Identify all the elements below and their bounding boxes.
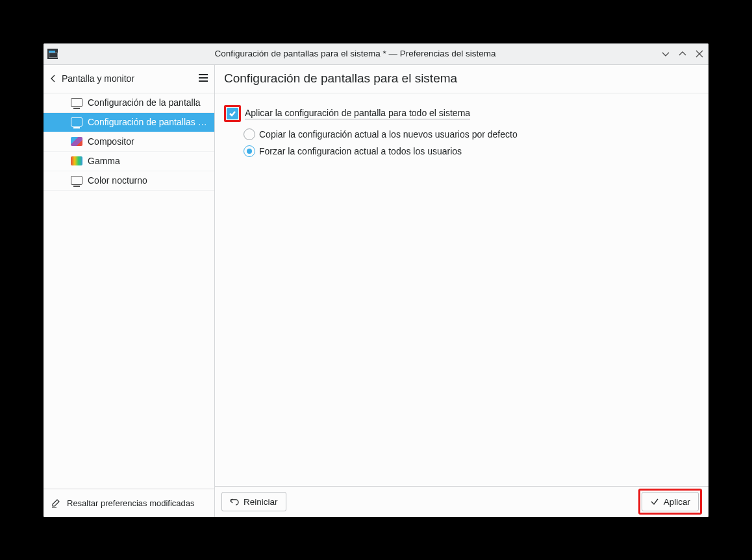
close-button[interactable] xyxy=(694,49,705,59)
content-area: Aplicar la configuración de pantalla par… xyxy=(215,93,708,486)
settings-window: Configuración de pantallas para el siste… xyxy=(44,43,708,517)
chevron-up-icon xyxy=(679,50,686,58)
highlight-annotation xyxy=(224,105,241,122)
sidebar-item-label: Configuración de pantallas p... xyxy=(88,117,208,127)
radio-row-copy: Copiar la configuración actual a los nue… xyxy=(224,128,699,140)
window-body: Pantalla y monitor Configuración de la p… xyxy=(44,64,708,517)
radio-copy-new-users[interactable] xyxy=(244,128,255,140)
titlebar: Configuración de pantallas para el siste… xyxy=(44,43,708,64)
monitor-icon xyxy=(71,116,82,128)
chevron-left-icon xyxy=(49,74,58,83)
checkbox-label[interactable]: Aplicar la configuración de pantalla par… xyxy=(245,108,470,119)
highlight-label: Resaltar preferencias modificadas xyxy=(67,498,195,508)
sidebar-item-label: Compositor xyxy=(88,136,134,147)
sidebar-item-display-config[interactable]: Configuración de la pantalla xyxy=(44,93,214,113)
checkbox-row: Aplicar la configuración de pantalla par… xyxy=(224,105,699,122)
page-title: Configuración de pantallas para el siste… xyxy=(215,65,708,93)
radio-label: Copiar la configuración actual a los nue… xyxy=(259,129,518,140)
breadcrumb-label: Pantalla y monitor xyxy=(62,73,134,84)
sidebar-item-compositor[interactable]: Compositor xyxy=(44,132,214,152)
radio-row-force: Forzar la configuracion actual a todos l… xyxy=(224,145,699,157)
main-panel: Configuración de pantallas para el siste… xyxy=(215,65,708,517)
apply-button[interactable]: Aplicar xyxy=(642,492,699,511)
apply-label: Aplicar xyxy=(664,497,690,507)
sidebar-nav: Configuración de la pantalla Configuraci… xyxy=(44,93,214,489)
sidebar-item-system-displays[interactable]: Configuración de pantallas p... xyxy=(44,113,214,132)
sidebar-item-gamma[interactable]: Gamma xyxy=(44,152,214,171)
maximize-button[interactable] xyxy=(677,49,688,59)
highlight-modified-button[interactable]: Resaltar preferencias modificadas xyxy=(44,489,214,517)
breadcrumb: Pantalla y monitor xyxy=(44,65,214,93)
radio-label: Forzar la configuracion actual a todos l… xyxy=(259,146,462,156)
monitor-icon xyxy=(71,97,82,108)
footer-buttons: Reiniciar Aplicar xyxy=(215,486,708,517)
sidebar-item-label: Gamma xyxy=(88,156,120,166)
sidebar-item-label: Color nocturno xyxy=(88,175,147,186)
hamburger-icon xyxy=(197,72,209,84)
radio-force-all-users[interactable] xyxy=(244,145,255,157)
check-icon xyxy=(229,110,236,117)
back-button[interactable]: Pantalla y monitor xyxy=(49,73,134,84)
reset-button[interactable]: Reiniciar xyxy=(221,492,286,511)
app-icon xyxy=(47,49,58,59)
compositor-icon xyxy=(71,136,82,147)
monitor-icon xyxy=(71,175,82,186)
window-title: Configuración de pantallas para el siste… xyxy=(63,49,660,58)
reset-label: Reiniciar xyxy=(244,497,278,507)
undo-icon xyxy=(230,497,239,506)
sidebar-item-label: Configuración de la pantalla xyxy=(88,97,201,108)
hamburger-button[interactable] xyxy=(197,72,209,86)
check-icon xyxy=(650,497,659,506)
sidebar-item-night-color[interactable]: Color nocturno xyxy=(44,171,214,191)
window-controls xyxy=(660,49,705,59)
gamma-icon xyxy=(71,155,82,167)
close-icon xyxy=(696,50,703,58)
highlight-icon xyxy=(51,498,62,508)
sidebar: Pantalla y monitor Configuración de la p… xyxy=(44,65,215,517)
minimize-button[interactable] xyxy=(660,49,671,59)
highlight-annotation: Aplicar xyxy=(638,489,702,515)
apply-system-checkbox[interactable] xyxy=(227,108,238,119)
chevron-down-icon xyxy=(662,50,670,58)
